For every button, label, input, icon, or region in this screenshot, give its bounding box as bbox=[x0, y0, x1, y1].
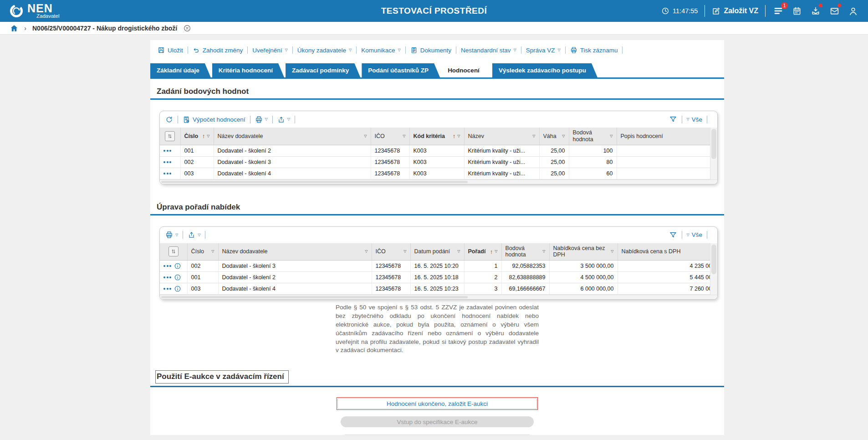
column-filter-icon[interactable]: ▽ bbox=[495, 250, 497, 253]
cell-popis-hodnoceni bbox=[617, 145, 710, 156]
column-chooser-button[interactable] bbox=[168, 246, 179, 256]
horizontal-scrollbar[interactable] bbox=[160, 295, 717, 299]
divider bbox=[295, 116, 295, 123]
row-menu-button[interactable] bbox=[163, 161, 171, 163]
column-chooser-button[interactable] bbox=[165, 131, 175, 141]
row-tools-cell bbox=[160, 272, 187, 283]
vertical-scrollbar[interactable] bbox=[710, 128, 717, 179]
grid-tool-vypocet-hodnoceni[interactable]: Výpočet hodnocení bbox=[183, 116, 245, 123]
export-icon bbox=[277, 116, 285, 123]
filter-funnel-icon[interactable] bbox=[669, 115, 677, 123]
horizontal-scrollbar[interactable] bbox=[160, 179, 717, 184]
messages-icon[interactable] bbox=[828, 5, 840, 17]
legal-note: Podle § 50 ve spojení s § 53 odst. 5 ZZV… bbox=[336, 303, 539, 355]
column-filter-icon[interactable]: ▽ bbox=[610, 134, 613, 138]
toolbar-zahodit-zmeny[interactable]: Zahodit změny bbox=[193, 46, 243, 54]
column-filter-icon[interactable]: ▽ bbox=[562, 134, 565, 138]
column-filter-icon[interactable]: ▽ bbox=[207, 134, 209, 138]
grid-tool-export[interactable]: ▽ bbox=[188, 231, 200, 239]
row-info-icon[interactable] bbox=[174, 274, 181, 281]
tab-podani-ucastniku-zp[interactable]: Podání účastníků ZP bbox=[362, 63, 440, 77]
tab-hodnoceni[interactable]: Hodnocení bbox=[441, 63, 491, 77]
column-filter-icon[interactable]: ▽ bbox=[532, 134, 535, 138]
column-filter-icon[interactable]: ▽ bbox=[403, 250, 406, 253]
toolbar-label: Komunikace bbox=[361, 47, 395, 54]
row-menu-button[interactable] bbox=[163, 150, 171, 152]
menu-icon[interactable]: 1 bbox=[772, 5, 784, 17]
toolbar-komunikace[interactable]: Komunikace▽ bbox=[361, 47, 400, 54]
cell-vaha: 25,00 bbox=[539, 168, 569, 179]
column-header-popis-hodnoceni[interactable]: Popis hodnocení bbox=[617, 128, 710, 145]
grid-tool-refresh[interactable] bbox=[165, 116, 173, 123]
tab-vysledek-zadavaciho-postupu[interactable]: Výsledek zadávacího postupu bbox=[492, 63, 597, 77]
breadcrumb-close-icon[interactable] bbox=[183, 24, 191, 32]
user-icon[interactable] bbox=[847, 5, 859, 17]
row-menu-button[interactable] bbox=[163, 276, 171, 278]
toolbar-tisk-zaznamu[interactable]: Tisk záznamu bbox=[570, 46, 618, 54]
column-filter-icon[interactable]: ▽ bbox=[403, 134, 405, 138]
row-info-icon[interactable] bbox=[174, 262, 181, 270]
toolbar-ukony-zadavatele[interactable]: Úkony zadavatele▽ bbox=[297, 47, 352, 54]
column-header-vaha[interactable]: Váha▽ bbox=[539, 128, 569, 145]
column-header-bodova-hodnota[interactable]: Bodová hodnota▽ bbox=[569, 128, 617, 145]
column-filter-icon[interactable]: ▽ bbox=[611, 250, 613, 253]
column-header-nabidkova-cena-s-dph[interactable]: Nabídková cena s DPH bbox=[618, 243, 710, 261]
show-all-button[interactable]: ▽Vše bbox=[687, 231, 702, 238]
finish-evaluation-create-eauction-button[interactable]: Hodnocení ukončeno, založit E-aukci bbox=[337, 398, 537, 409]
vertical-scrollbar[interactable] bbox=[710, 243, 717, 295]
home-icon[interactable] bbox=[10, 24, 18, 32]
column-label: Váha bbox=[543, 133, 561, 139]
table-row: 003Dodavatel - školení 412345678K003Krit… bbox=[160, 168, 710, 179]
column-header-nazev[interactable]: Název▽ bbox=[464, 128, 539, 145]
column-header-cislo[interactable]: Číslo↑▽ bbox=[180, 128, 214, 145]
sort-asc-icon: ↑ bbox=[202, 133, 205, 139]
column-filter-icon[interactable]: ▽ bbox=[365, 250, 368, 253]
column-header-bodova-hodnota[interactable]: Bodová hodnota▽ bbox=[501, 243, 549, 261]
column-filter-icon[interactable]: ▽ bbox=[364, 134, 367, 138]
downloads-icon[interactable] bbox=[810, 5, 822, 17]
column-header-nabidkova-cena-bez-dph[interactable]: Nabídková cena bez DPH▽ bbox=[549, 243, 618, 261]
filter-funnel-icon[interactable] bbox=[669, 231, 677, 239]
cell-nazev: Kritérium kvality - uži... bbox=[464, 168, 539, 179]
toolbar-uverejneni[interactable]: Uveřejnění▽ bbox=[252, 47, 287, 54]
divider bbox=[707, 231, 707, 239]
row-menu-button[interactable] bbox=[163, 288, 171, 290]
grid-tool-export[interactable]: ▽ bbox=[277, 116, 290, 123]
table-row: 002Dodavatel - školení 312345678K003Krit… bbox=[160, 156, 710, 168]
column-header-datum-podani[interactable]: Datum podání▽ bbox=[410, 243, 464, 261]
column-header-nazev-dodavatele[interactable]: Název dodavatele▽ bbox=[218, 243, 372, 261]
show-all-button[interactable]: ▽Vše bbox=[687, 116, 702, 123]
column-filter-icon[interactable]: ▽ bbox=[211, 250, 214, 253]
cell-nazev-dodavatele: Dodavatel - školení 2 bbox=[214, 145, 371, 156]
nen-logo[interactable]: NEN Zadavatel bbox=[9, 3, 60, 19]
column-header-ico[interactable]: IČO▽ bbox=[371, 128, 409, 145]
column-header-poradi[interactable]: Pořadí↑▽ bbox=[464, 243, 501, 261]
toolbar-dokumenty[interactable]: Dokumenty bbox=[410, 46, 451, 54]
toolbar-ulozit[interactable]: Uložit bbox=[158, 46, 183, 54]
tab-zakladni-udaje[interactable]: Základní údaje bbox=[150, 63, 211, 77]
tab-kriteria-hodnoceni[interactable]: Kritéria hodnocení bbox=[212, 63, 284, 77]
row-tools-cell bbox=[160, 261, 187, 272]
column-filter-icon[interactable]: ▽ bbox=[457, 134, 460, 138]
divider bbox=[682, 231, 682, 239]
column-filter-icon[interactable]: ▽ bbox=[542, 250, 545, 253]
tab-zadavaci-podminky[interactable]: Zadávací podmínky bbox=[286, 63, 360, 77]
column-header-kod-kriteria[interactable]: Kód kritéria↑▽ bbox=[409, 128, 464, 145]
row-menu-button[interactable] bbox=[163, 173, 171, 174]
column-header-nazev-dodavatele[interactable]: Název dodavatele▽ bbox=[214, 128, 371, 145]
cell-poradi: 3 bbox=[464, 283, 501, 295]
column-filter-icon[interactable]: ▽ bbox=[457, 250, 460, 253]
toolbar-sprava-vz[interactable]: Správa VZ▽ bbox=[526, 47, 561, 54]
record-action-toolbar: UložitZahodit změnyUveřejnění▽Úkony zada… bbox=[150, 40, 724, 56]
create-vz-button[interactable]: Založit VZ bbox=[712, 7, 758, 15]
grid-tool-print[interactable]: ▽ bbox=[255, 116, 268, 123]
cell-nazev-dodavatele: Dodavatel - školení 4 bbox=[218, 283, 372, 295]
row-menu-button[interactable] bbox=[163, 265, 171, 267]
column-header-cislo[interactable]: Číslo▽ bbox=[187, 243, 218, 261]
column-header-ico[interactable]: IČO▽ bbox=[372, 243, 410, 261]
row-info-icon[interactable] bbox=[174, 285, 181, 292]
dropdown-caret-icon: ▽ bbox=[175, 233, 178, 237]
toolbar-nestandardni-stav[interactable]: Nestandardní stav▽ bbox=[461, 47, 516, 54]
grid-tool-print[interactable]: ▽ bbox=[165, 231, 178, 239]
calendar-icon[interactable] bbox=[791, 5, 803, 17]
